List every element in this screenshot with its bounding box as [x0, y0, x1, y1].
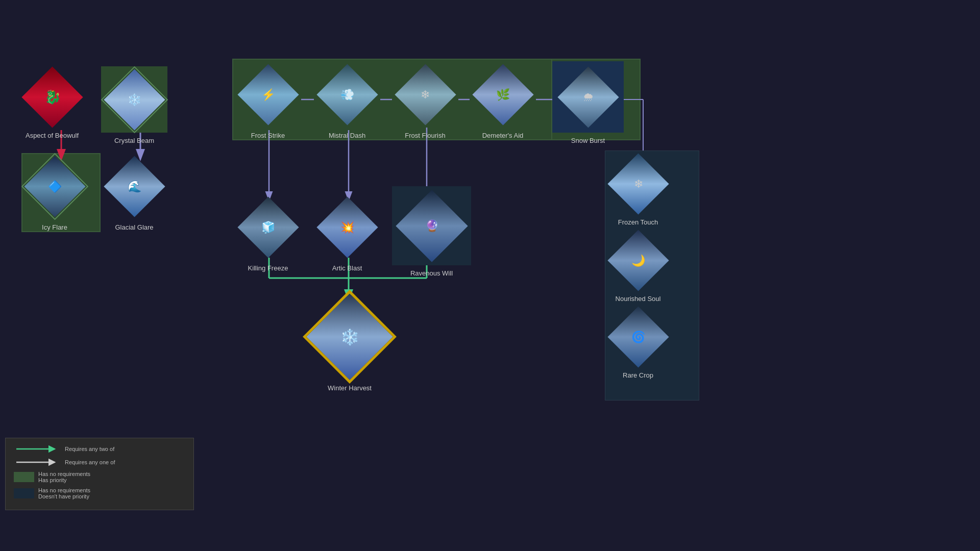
node-label-demeters-aid: Demeter's Aid: [482, 132, 524, 140]
node-mistral-dash: 💨 Mistral Dash: [314, 61, 380, 140]
node-label-rare-crop: Rare Crop: [623, 371, 653, 380]
node-label-nourished-soul: Nourished Soul: [616, 295, 661, 304]
node-label-snow-burst: Snow Burst: [571, 137, 605, 145]
legend-white-arrow-label: Requires any one of: [65, 459, 115, 465]
legend-swatch-blue-label: Has no requirements Doesn't have priorit…: [38, 487, 90, 499]
legend: Requires any two of Requires any one of …: [5, 438, 194, 510]
node-frost-strike: ⚡ Frost Strike: [235, 61, 301, 140]
node-label-frost-flourish: Frost Flourish: [405, 132, 445, 140]
node-label-glacial-glare: Glacial Glare: [115, 223, 153, 232]
node-label-frozen-touch: Frozen Touch: [618, 218, 658, 227]
node-label-aspect-of-beowulf: Aspect of Beowulf: [26, 132, 79, 140]
node-killing-freeze: 🧊 Killing Freeze: [235, 194, 301, 273]
node-label-ravenous-will: Ravenous Will: [410, 269, 453, 278]
node-frost-flourish: ❄ Frost Flourish: [392, 61, 458, 140]
node-frozen-touch: ❄ Frozen Touch: [607, 153, 669, 227]
node-label-frost-strike: Frost Strike: [251, 132, 285, 140]
node-snow-burst: 🌨 Snow Burst: [552, 61, 624, 145]
node-nourished-soul: 🌙 Nourished Soul: [607, 230, 669, 304]
node-ravenous-will: 🔮 Ravenous Will: [392, 186, 471, 278]
node-aspect-of-beowulf: 🐉 Aspect of Beowulf: [21, 66, 83, 140]
legend-green-arrow-label: Requires any two of: [65, 446, 114, 452]
node-label-mistral-dash: Mistral Dash: [329, 132, 365, 140]
node-label-icy-flare: Icy Flare: [42, 223, 67, 232]
node-rare-crop: 🌀 Rare Crop: [607, 306, 669, 380]
node-glacial-glare: 🌊 Glacial Glare: [101, 153, 167, 232]
legend-swatch-green-label: Has no requirements Has priority: [38, 471, 90, 483]
node-icy-flare: 🔷 Icy Flare: [21, 153, 88, 232]
node-label-crystal-beam: Crystal Beam: [114, 137, 154, 145]
node-label-artic-blast: Artic Blast: [332, 264, 362, 273]
node-artic-blast: 💥 Artic Blast: [314, 194, 380, 273]
node-winter-harvest: ❄️ Winter Harvest: [306, 293, 393, 393]
node-label-winter-harvest: Winter Harvest: [328, 384, 372, 393]
node-crystal-beam: ❄️ Crystal Beam: [101, 66, 167, 145]
node-demeters-aid: 🌿 Demeter's Aid: [470, 61, 536, 140]
node-label-killing-freeze: Killing Freeze: [248, 264, 288, 273]
